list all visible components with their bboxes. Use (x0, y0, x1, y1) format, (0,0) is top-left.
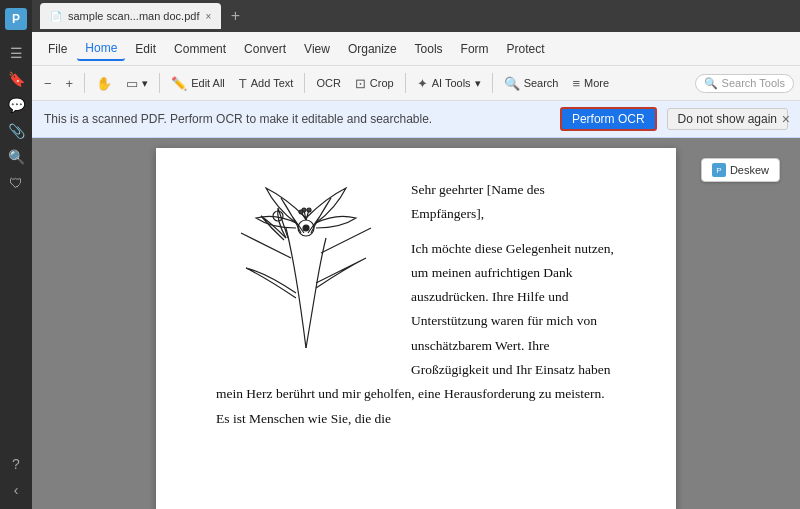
edit-all-button[interactable]: ✏️ Edit All (165, 73, 231, 94)
sidebar-help-icon[interactable]: ? (5, 453, 27, 475)
pdf-page: Sehr geehrter [Name des Empfängers], Ich… (156, 148, 676, 509)
more-button[interactable]: ≡ More (566, 73, 615, 94)
app-logo: P (5, 8, 27, 30)
tab-close-button[interactable]: × (205, 11, 211, 22)
menu-convert[interactable]: Convert (236, 38, 294, 60)
tool-bar: − + ✋ ▭ ▾ ✏️ Edit All T Add Text (32, 66, 800, 100)
sidebar-comment-icon[interactable]: 💬 (5, 94, 27, 116)
sidebar-bookmark-icon[interactable]: 🔖 (5, 68, 27, 90)
divider-3 (304, 73, 305, 93)
add-text-icon: T (239, 76, 247, 91)
divider-4 (405, 73, 406, 93)
select-tool-button[interactable]: ▭ ▾ (120, 73, 154, 94)
divider-2 (159, 73, 160, 93)
add-text-label: Add Text (251, 77, 294, 89)
sidebar-shield-icon[interactable]: 🛡 (5, 172, 27, 194)
zoom-in-icon: + (66, 76, 74, 91)
deskew-label: Deskew (730, 164, 769, 176)
add-text-button[interactable]: T Add Text (233, 73, 300, 94)
sidebar-attachment-icon[interactable]: 📎 (5, 120, 27, 142)
more-icon: ≡ (572, 76, 580, 91)
ocr-banner-text: This is a scanned PDF. Perform OCR to ma… (44, 112, 550, 126)
ai-tools-label: AI Tools (432, 77, 471, 89)
svg-point-7 (299, 210, 303, 214)
menu-organize[interactable]: Organize (340, 38, 405, 60)
menu-view[interactable]: View (296, 38, 338, 60)
crop-label: Crop (370, 77, 394, 89)
menu-edit[interactable]: Edit (127, 38, 164, 60)
edit-icon: ✏️ (171, 76, 187, 91)
svg-point-1 (303, 225, 309, 231)
perform-ocr-button[interactable]: Perform OCR (560, 107, 657, 131)
search-tools-box[interactable]: 🔍 Search Tools (695, 74, 794, 93)
ai-dropdown-arrow: ▾ (475, 77, 481, 90)
ocr-banner: This is a scanned PDF. Perform OCR to ma… (32, 101, 800, 138)
ai-tools-button[interactable]: ✦ AI Tools ▾ (411, 73, 487, 94)
menu-tools[interactable]: Tools (407, 38, 451, 60)
cursor-icon: ▭ (126, 76, 138, 91)
menu-bar: File Home Edit Comment Convert View Orga… (32, 32, 800, 66)
sidebar-menu-icon[interactable]: ☰ (5, 42, 27, 64)
hand-tool-button[interactable]: ✋ (90, 73, 118, 94)
main-area: 📄 sample scan...man doc.pdf × + File Hom… (32, 0, 800, 509)
pdf-tab[interactable]: 📄 sample scan...man doc.pdf × (40, 3, 221, 29)
zoom-out-button[interactable]: − (38, 73, 58, 94)
pdf-viewer: Sehr geehrter [Name des Empfängers], Ich… (32, 138, 800, 509)
zoom-out-icon: − (44, 76, 52, 91)
hand-icon: ✋ (96, 76, 112, 91)
tab-bar: 📄 sample scan...man doc.pdf × + (32, 0, 800, 32)
banner-close-button[interactable]: × (782, 111, 790, 127)
crop-icon: ⊡ (355, 76, 366, 91)
dropdown-arrow: ▾ (142, 77, 148, 90)
svg-point-6 (307, 208, 311, 212)
more-label: More (584, 77, 609, 89)
deskew-button[interactable]: P Deskew (701, 158, 780, 182)
search-button[interactable]: 🔍 Search (498, 73, 565, 94)
flower-illustration (216, 178, 396, 358)
deskew-icon: P (712, 163, 726, 177)
search-tools-placeholder: Search Tools (722, 77, 785, 89)
menu-protect[interactable]: Protect (499, 38, 553, 60)
search-icon: 🔍 (504, 76, 520, 91)
menu-home[interactable]: Home (77, 37, 125, 61)
divider-1 (84, 73, 85, 93)
search-tools-icon: 🔍 (704, 77, 718, 90)
do-not-show-button[interactable]: Do not show again (667, 108, 788, 130)
menu-form[interactable]: Form (453, 38, 497, 60)
divider-5 (492, 73, 493, 93)
tab-label: sample scan...man doc.pdf (68, 10, 199, 22)
menu-comment[interactable]: Comment (166, 38, 234, 60)
toolbar: File Home Edit Comment Convert View Orga… (32, 32, 800, 101)
crop-button[interactable]: ⊡ Crop (349, 73, 400, 94)
edit-all-label: Edit All (191, 77, 225, 89)
sidebar-search-icon[interactable]: 🔍 (5, 146, 27, 168)
search-label: Search (524, 77, 559, 89)
new-tab-button[interactable]: + (225, 6, 245, 26)
menu-file[interactable]: File (40, 38, 75, 60)
sidebar-collapse-icon[interactable]: ‹ (5, 479, 27, 501)
ocr-label: OCR (316, 77, 340, 89)
zoom-in-button[interactable]: + (60, 73, 80, 94)
ai-icon: ✦ (417, 76, 428, 91)
left-sidebar: P ☰ 🔖 💬 📎 🔍 🛡 ? ‹ (0, 0, 32, 509)
ocr-button[interactable]: OCR (310, 74, 346, 92)
